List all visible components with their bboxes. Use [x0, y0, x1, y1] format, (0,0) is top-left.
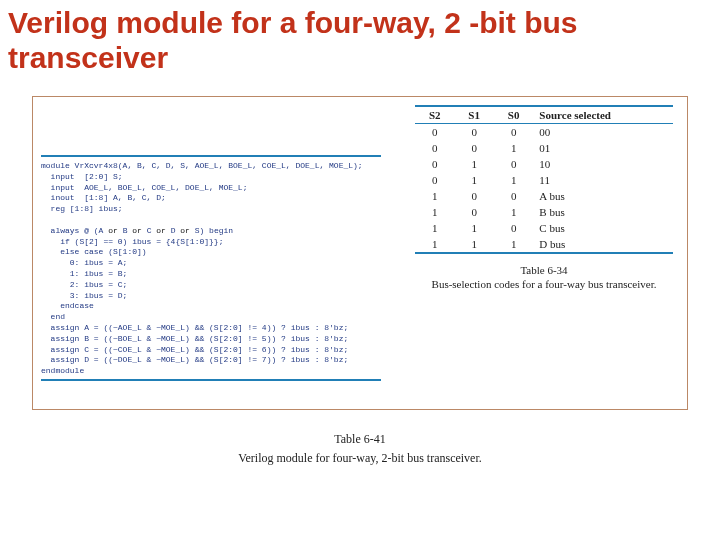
code-line: end — [41, 312, 65, 321]
slide-title: Verilog module for a four-way, 2 -bit bu… — [0, 0, 720, 79]
col-source: Source selected — [533, 107, 673, 124]
table-row: 01010 — [415, 156, 673, 172]
code-line: 3: ibus = D; — [41, 291, 127, 300]
code-line: 1: ibus = B; — [41, 269, 127, 278]
code-line: assign C = ((~COE_L & ~MOE_L) && (S[2:0]… — [41, 345, 348, 354]
code-line: 0: ibus = A; — [41, 258, 127, 267]
table-6-41-caption-block: Table 6-41 Verilog module for four-way, … — [160, 432, 560, 466]
table-header-row: S2 S1 S0 Source selected — [415, 107, 673, 124]
code-line: always @ (A — [41, 226, 108, 235]
table-6-41-desc: Verilog module for four-way, 2-bit bus t… — [160, 451, 560, 466]
code-line: C — [142, 226, 156, 235]
table-row: 111D bus — [415, 236, 673, 253]
code-line: inout [1:8] A, B, C, D; — [41, 193, 166, 202]
code-line: input [2:0] S; — [41, 172, 123, 181]
col-s2: S2 — [415, 107, 454, 124]
code-line: S) begin — [190, 226, 233, 235]
table-row: 100A bus — [415, 188, 673, 204]
code-keyword-or: or — [108, 226, 118, 235]
code-line: endmodule — [41, 366, 84, 375]
content-frame: module VrXcvr4x8(A, B, C, D, S, AOE_L, B… — [32, 96, 688, 410]
table-row: 110C bus — [415, 220, 673, 236]
table-row: 101B bus — [415, 204, 673, 220]
code-line: B — [118, 226, 132, 235]
code-line: reg [1:8] ibus; — [41, 204, 123, 213]
table-row: 00000 — [415, 124, 673, 140]
code-line: assign A = ((~AOE_L & ~MOE_L) && (S[2:0]… — [41, 323, 348, 332]
verilog-code-listing: module VrXcvr4x8(A, B, C, D, S, AOE_L, B… — [41, 153, 391, 385]
col-s1: S1 — [454, 107, 493, 124]
code-keyword-or: or — [180, 226, 190, 235]
code-line: module VrXcvr4x8(A, B, C, D, S, AOE_L, B… — [41, 161, 363, 170]
table-6-34-caption: Table 6-34 — [415, 264, 673, 276]
code-line: input AOE_L, BOE_L, COE_L, DOE_L, MOE_L; — [41, 183, 247, 192]
code-line: assign B = ((~BOE_L & ~MOE_L) && (S[2:0]… — [41, 334, 348, 343]
code-line: assign D = ((~DOE_L & ~MOE_L) && (S[2:0]… — [41, 355, 348, 364]
code-line: endcase — [41, 301, 94, 310]
table-6-34: S2 S1 S0 Source selected 00000 00101 010… — [415, 105, 673, 290]
code-keyword-or: or — [156, 226, 166, 235]
table-6-34-desc: Bus-selection codes for a four-way bus t… — [415, 278, 673, 290]
code-keyword-or: or — [132, 226, 142, 235]
code-line: else case (S[1:0]) — [41, 247, 147, 256]
table-6-41-caption: Table 6-41 — [160, 432, 560, 447]
col-s0: S0 — [494, 107, 533, 124]
code-line: if (S[2] == 0) ibus = {4{S[1:0]}}; — [41, 237, 223, 246]
code-line: 2: ibus = C; — [41, 280, 127, 289]
code-line: D — [166, 226, 180, 235]
table-row: 01111 — [415, 172, 673, 188]
table-row: 00101 — [415, 140, 673, 156]
